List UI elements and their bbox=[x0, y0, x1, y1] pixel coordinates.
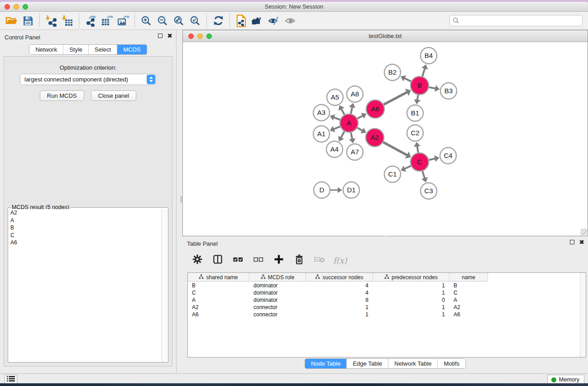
graph-node-B2[interactable]: B2 bbox=[384, 64, 401, 81]
graph-node-B[interactable]: B bbox=[411, 76, 429, 95]
graph-node-A5[interactable]: A5 bbox=[327, 89, 343, 105]
graph-edge-B-B3[interactable] bbox=[429, 87, 436, 89]
graph-edge-B-B4[interactable] bbox=[422, 68, 425, 76]
cell-mcds-role[interactable]: dominator bbox=[249, 290, 306, 296]
column-header-predecessor-nodes[interactable]: predecessor nodes bbox=[373, 273, 449, 281]
graph-edge-A-A4[interactable] bbox=[341, 131, 344, 138]
tab-motifs[interactable]: Motifs bbox=[437, 359, 465, 368]
graph-edge-B-B2[interactable] bbox=[404, 78, 411, 81]
graph-node-C4[interactable]: C4 bbox=[440, 148, 456, 164]
result-scrollbar[interactable] bbox=[162, 209, 167, 362]
cell-predecessor-nodes[interactable]: 1 bbox=[373, 304, 449, 310]
cell-name[interactable]: B bbox=[449, 282, 488, 289]
graph-node-A6[interactable]: A6 bbox=[366, 100, 384, 118]
graph-node-B4[interactable]: B4 bbox=[421, 48, 437, 64]
search-input[interactable] bbox=[449, 15, 583, 26]
home-button[interactable] bbox=[249, 14, 266, 28]
list-item[interactable]: C bbox=[9, 232, 161, 239]
close-panel-icon[interactable]: ✖ bbox=[167, 33, 172, 38]
export-table-button[interactable] bbox=[99, 14, 115, 28]
cell-name[interactable]: C bbox=[449, 290, 488, 296]
table-scrollbar[interactable] bbox=[580, 273, 586, 357]
export-image-button[interactable] bbox=[115, 14, 131, 28]
close-table-panel-icon[interactable]: ✖ bbox=[579, 240, 584, 244]
graph-edge-A-A3[interactable] bbox=[333, 117, 340, 120]
list-item[interactable]: B bbox=[9, 224, 161, 232]
table-row[interactable]: C dominator 4 1 C bbox=[188, 289, 580, 296]
cell-shared-name[interactable]: A bbox=[188, 297, 249, 303]
graph-node-D1[interactable]: D1 bbox=[343, 182, 359, 198]
task-history-button[interactable] bbox=[5, 375, 17, 383]
cell-successor-nodes[interactable]: 1 bbox=[306, 304, 373, 310]
open-session-button[interactable] bbox=[4, 14, 20, 28]
cell-name[interactable]: A2 bbox=[449, 304, 488, 310]
list-item[interactable]: A2 bbox=[9, 209, 161, 217]
table-settings-button[interactable] bbox=[191, 253, 204, 267]
run-mcds-button[interactable]: Run MCDS bbox=[40, 91, 84, 101]
cell-shared-name[interactable]: A2 bbox=[188, 304, 249, 310]
tab-style[interactable]: Style bbox=[63, 45, 88, 54]
close-panel-button[interactable]: Close panel bbox=[91, 91, 137, 101]
network-canvas[interactable]: B4B2BB3A5A8A6A3B1AA1C2A2A4A7CC4C1C3DD1 bbox=[183, 42, 588, 236]
import-table-button[interactable] bbox=[59, 14, 76, 28]
cell-shared-name[interactable]: C bbox=[188, 290, 249, 296]
float-panel-icon[interactable] bbox=[158, 33, 163, 38]
list-item[interactable]: A6 bbox=[9, 239, 161, 247]
graph-node-C1[interactable]: C1 bbox=[384, 166, 401, 182]
unselect-all-columns-button[interactable] bbox=[252, 253, 265, 267]
tab-network[interactable]: Network bbox=[29, 45, 63, 54]
graph-edge-A-A8[interactable] bbox=[351, 106, 352, 114]
cell-shared-name[interactable]: B bbox=[188, 282, 249, 289]
graph-node-C3[interactable]: C3 bbox=[421, 183, 437, 199]
optimization-criterion-dropdown[interactable]: largest connected component (directed) bbox=[20, 74, 156, 85]
cell-name[interactable]: A bbox=[449, 297, 488, 303]
graph-node-B1[interactable]: B1 bbox=[407, 105, 423, 121]
show-columns-button[interactable] bbox=[211, 253, 225, 267]
delete-column-button[interactable] bbox=[292, 253, 306, 267]
graph-node-B3[interactable]: B3 bbox=[440, 83, 457, 99]
graph-node-A[interactable]: A bbox=[340, 114, 358, 132]
graph-node-A4[interactable]: A4 bbox=[326, 141, 343, 157]
graph-node-C2[interactable]: C2 bbox=[407, 125, 423, 141]
show-graphics-details-button[interactable] bbox=[266, 14, 282, 28]
birds-eye-view-button[interactable] bbox=[282, 14, 298, 28]
zoom-in-button[interactable] bbox=[138, 14, 154, 28]
float-table-panel-icon[interactable] bbox=[570, 240, 574, 244]
zoom-fit-button[interactable] bbox=[171, 14, 187, 28]
graph-edge-C-C3[interactable] bbox=[422, 171, 425, 179]
save-session-button[interactable] bbox=[20, 14, 36, 28]
select-all-columns-button[interactable] bbox=[231, 253, 245, 267]
graph-edge-A-A7[interactable] bbox=[351, 133, 352, 140]
cell-name[interactable]: A6 bbox=[449, 311, 488, 318]
graph-node-D[interactable]: D bbox=[314, 182, 330, 198]
graph-edge-A6-B[interactable] bbox=[384, 92, 408, 105]
tab-node-table[interactable]: Node Table bbox=[305, 359, 347, 368]
graph-node-A7[interactable]: A7 bbox=[347, 144, 363, 160]
graph-node-C[interactable]: C bbox=[411, 153, 429, 171]
graph-edge-A-A1[interactable] bbox=[333, 127, 340, 129]
graph-edge-A2-C[interactable] bbox=[383, 142, 407, 156]
list-item[interactable]: A bbox=[9, 217, 161, 224]
cell-predecessor-nodes[interactable]: 1 bbox=[373, 282, 449, 289]
vertical-scroll-indicator[interactable] bbox=[181, 196, 183, 202]
table-row[interactable]: A dominator 8 0 A bbox=[188, 296, 580, 304]
tab-network-table[interactable]: Network Table bbox=[388, 359, 437, 368]
export-network-button[interactable] bbox=[82, 14, 99, 28]
graph-node-A3[interactable]: A3 bbox=[313, 105, 330, 121]
graph-edge-C-C4[interactable] bbox=[429, 158, 435, 160]
graph-edge-C-C1[interactable] bbox=[404, 166, 411, 169]
graph-edge-C-C2[interactable] bbox=[417, 146, 418, 153]
memory-button[interactable]: Memory bbox=[547, 375, 584, 383]
tab-select[interactable]: Select bbox=[88, 45, 117, 54]
graph-node-A1[interactable]: A1 bbox=[313, 126, 330, 142]
cell-mcds-role[interactable]: dominator bbox=[249, 282, 306, 289]
cell-mcds-role[interactable]: connector bbox=[249, 311, 306, 318]
cell-predecessor-nodes[interactable]: 1 bbox=[373, 290, 449, 296]
import-network-button[interactable] bbox=[43, 14, 59, 28]
graph-node-A2[interactable]: A2 bbox=[366, 129, 384, 147]
graph-node-A8[interactable]: A8 bbox=[347, 86, 363, 102]
create-column-button[interactable] bbox=[272, 253, 286, 267]
resize-grip[interactable] bbox=[580, 229, 587, 235]
column-header-shared-name[interactable]: shared name bbox=[188, 273, 249, 281]
zoom-out-button[interactable] bbox=[154, 14, 171, 28]
